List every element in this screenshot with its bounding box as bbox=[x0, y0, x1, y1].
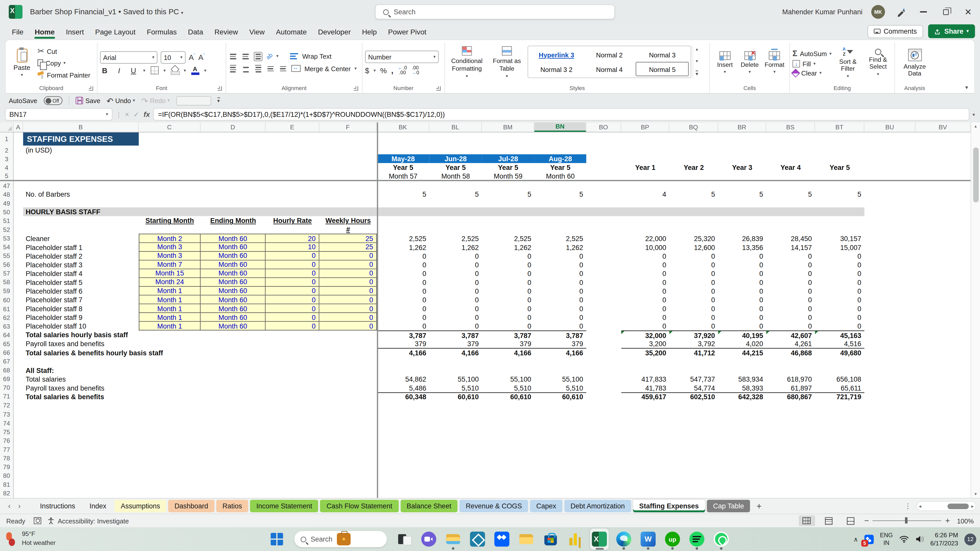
cell-BO54[interactable] bbox=[586, 243, 621, 251]
cell-BV4[interactable] bbox=[916, 163, 971, 171]
cell-BO61[interactable] bbox=[586, 304, 621, 313]
cell-BQ1[interactable] bbox=[670, 132, 718, 145]
fill-button[interactable]: ↓Fill▾ bbox=[792, 60, 832, 67]
style-chip-normal-2[interactable]: Normal 2 bbox=[583, 48, 636, 62]
cell-BS65[interactable]: 4,261 bbox=[766, 340, 815, 348]
cell-BR55[interactable]: 0 bbox=[718, 251, 767, 260]
cell-A4[interactable] bbox=[14, 163, 23, 171]
cell-BK4[interactable]: Year 5 bbox=[377, 163, 430, 171]
cell-BU1[interactable] bbox=[864, 132, 916, 145]
cell-BK5[interactable]: Month 57 bbox=[377, 171, 430, 180]
cell-BS71[interactable]: 680,867 bbox=[766, 392, 815, 401]
cell-BP53[interactable]: 22,000 bbox=[621, 234, 670, 243]
cell-BL61[interactable]: 0 bbox=[429, 304, 482, 313]
column-header-BT[interactable]: BT bbox=[815, 122, 864, 132]
column-header-BP[interactable]: BP bbox=[621, 122, 670, 132]
comments-button[interactable]: Comments bbox=[867, 25, 923, 38]
cell-BQ54[interactable]: 12,600 bbox=[670, 243, 718, 251]
cell-BM64[interactable]: 3,787 bbox=[482, 330, 535, 339]
cell-BN58[interactable]: 0 bbox=[535, 278, 586, 286]
cell-BM61[interactable]: 0 bbox=[482, 304, 535, 313]
cancel-formula-icon[interactable]: × bbox=[125, 110, 129, 118]
cell-BS1[interactable] bbox=[766, 132, 815, 145]
cell-C2[interactable] bbox=[139, 146, 377, 154]
cell-BU50[interactable] bbox=[864, 208, 916, 216]
cell-BT64[interactable]: 45,163 bbox=[815, 330, 864, 339]
cell-B71[interactable]: Total salaries & benefits bbox=[23, 392, 139, 401]
clear-button[interactable]: Clear▾ bbox=[792, 69, 832, 77]
cell-empty73[interactable] bbox=[14, 410, 970, 419]
clipboard-dialog-launcher-icon[interactable] bbox=[89, 86, 93, 91]
cell-BT58[interactable]: 0 bbox=[815, 278, 864, 286]
cell-BN56[interactable]: 0 bbox=[535, 260, 586, 269]
cell-BP65[interactable]: 3,200 bbox=[621, 340, 670, 348]
cell-A71[interactable] bbox=[14, 392, 23, 401]
fill-color-icon[interactable] bbox=[171, 66, 179, 75]
wrap-text-icon[interactable] bbox=[290, 52, 298, 60]
column-header-D[interactable]: D bbox=[200, 122, 266, 132]
cell-B48[interactable]: No. of Barbers bbox=[23, 190, 139, 199]
align-top-icon[interactable] bbox=[229, 52, 237, 60]
cell-BM65[interactable]: 379 bbox=[482, 340, 535, 348]
cell-empty74[interactable] bbox=[14, 419, 970, 427]
borders-icon[interactable] bbox=[150, 66, 159, 75]
cell-BM48[interactable]: 5 bbox=[482, 190, 535, 199]
cell-BR56[interactable]: 0 bbox=[718, 260, 767, 269]
percent-format-icon[interactable]: % bbox=[380, 66, 387, 75]
cell-A1[interactable] bbox=[14, 132, 23, 145]
cell-BK1[interactable] bbox=[377, 132, 430, 145]
cell-B65[interactable]: Payroll taxes and benefits bbox=[23, 340, 139, 348]
cell-BV65[interactable] bbox=[916, 340, 971, 348]
row-header-74[interactable]: 74 bbox=[0, 419, 14, 427]
row-header-3[interactable]: 3 bbox=[0, 154, 14, 163]
cell-BU54[interactable] bbox=[864, 243, 916, 251]
word-icon[interactable]: W bbox=[639, 529, 657, 550]
align-right-icon[interactable] bbox=[254, 64, 262, 74]
alignment-dialog-launcher-icon[interactable] bbox=[354, 86, 358, 91]
number-format-select[interactable]: Number▾ bbox=[365, 50, 439, 63]
row-header-48[interactable]: 48 bbox=[0, 190, 14, 199]
cell-BR70[interactable]: 58,393 bbox=[718, 383, 767, 392]
cell-BN48[interactable]: 5 bbox=[535, 190, 586, 199]
cell-BO52[interactable] bbox=[586, 225, 621, 234]
title-chevron-icon[interactable]: ▾ bbox=[181, 11, 183, 15]
menu-tab-insert[interactable]: Insert bbox=[60, 25, 89, 38]
cell-B50[interactable]: HOURLY BASIS STAFF bbox=[23, 208, 864, 216]
cell-BQ51[interactable] bbox=[670, 216, 718, 225]
cell-BS62[interactable]: 0 bbox=[766, 313, 815, 322]
cell-BQ65[interactable]: 3,792 bbox=[670, 340, 718, 348]
cell-BK71[interactable]: 60,348 bbox=[377, 392, 430, 401]
cell-C53[interactable]: Month 2 bbox=[139, 234, 200, 243]
cell-BN5[interactable]: Month 60 bbox=[535, 171, 586, 180]
column-header-BR[interactable]: BR bbox=[718, 122, 767, 132]
style-chip-normal-4[interactable]: Normal 4 bbox=[583, 62, 636, 76]
cell-BK66[interactable]: 4,166 bbox=[377, 348, 430, 357]
cell-BR57[interactable]: 0 bbox=[718, 269, 767, 278]
cell-BK3[interactable]: May-28 bbox=[377, 154, 430, 163]
cell-C1[interactable] bbox=[139, 132, 377, 145]
cell-BS3[interactable] bbox=[766, 154, 815, 163]
cell-empty79[interactable] bbox=[14, 462, 970, 471]
cell-BP70[interactable]: 41,783 bbox=[621, 383, 670, 392]
menu-tab-power-pivot[interactable]: Power Pivot bbox=[382, 25, 432, 38]
cell-BP68[interactable] bbox=[621, 366, 670, 375]
cell-BT55[interactable]: 0 bbox=[815, 251, 864, 260]
sheet-tab-index[interactable]: Index bbox=[83, 500, 113, 512]
styles-scroll-down-icon[interactable]: ▾ bbox=[696, 59, 698, 64]
cell-A53[interactable] bbox=[14, 234, 23, 243]
cell-BN68[interactable] bbox=[535, 366, 586, 375]
cell-C56[interactable]: Month 7 bbox=[139, 260, 200, 269]
cell-BR53[interactable]: 26,839 bbox=[718, 234, 767, 243]
cell-BV2[interactable] bbox=[916, 146, 971, 154]
cell-BK57[interactable]: 0 bbox=[377, 269, 430, 278]
cell-E63[interactable]: 0 bbox=[266, 322, 320, 330]
cell-BP61[interactable]: 0 bbox=[621, 304, 670, 313]
notification-badge[interactable]: 12 bbox=[964, 533, 977, 545]
cell-BK65[interactable]: 379 bbox=[377, 340, 430, 348]
cell-BU5[interactable] bbox=[864, 171, 916, 180]
cell-BQ58[interactable]: 0 bbox=[670, 278, 718, 286]
weather-widget[interactable]: 95°FHot weather bbox=[5, 530, 56, 547]
cell-BV54[interactable] bbox=[916, 243, 971, 251]
cell-BL63[interactable]: 0 bbox=[429, 322, 482, 330]
cell-F57[interactable]: 0 bbox=[319, 269, 377, 278]
